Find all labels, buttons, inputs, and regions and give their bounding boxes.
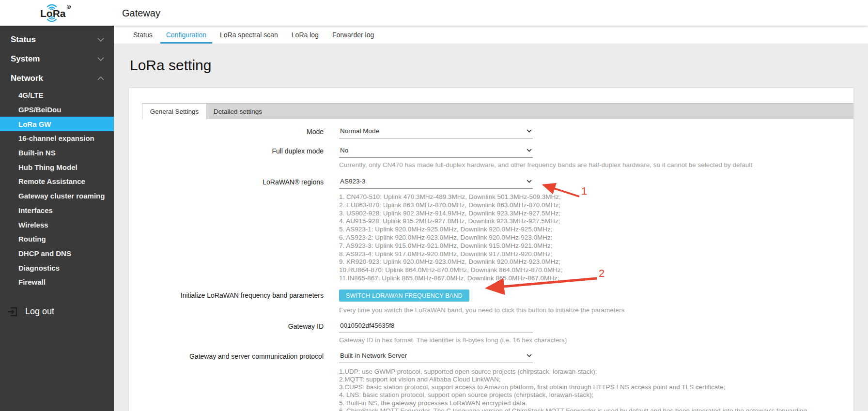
region-line: 6. AS923-2: Uplink 920.0MHz-923.0MHz, Do…	[339, 234, 562, 242]
sidebar-item-lora-gw[interactable]: LoRa GW	[0, 117, 114, 131]
protocol-help-line: 2.MQTT: support iot vision and Alibaba C…	[339, 376, 807, 383]
chevron-up-icon	[97, 76, 104, 80]
region-line: 7. AS923-3: Uplink 915.0MHz-921.0MHz, Do…	[339, 242, 562, 250]
region-line: 8. AS923-4: Uplink 917.0MHz-920.0MHz, Do…	[339, 250, 562, 259]
mode-row: Mode Normal Mode	[142, 125, 853, 138]
regions-select-value: AS923-3	[340, 178, 366, 185]
protocol-help-line: 6. ChirpStack MQTT Forwarder. The C lang…	[339, 407, 807, 411]
region-line: 4. AU915-928: Uplink 915.2MHz-927.8MHz, …	[339, 217, 562, 226]
chevron-down-icon	[97, 57, 104, 61]
region-line: 1. CN470-510: Uplink 470.3MHz-489.3MHz, …	[339, 193, 562, 201]
region-line: 9. KR920-923: Uplink 920.0MHz-923.0MHz, …	[339, 258, 562, 266]
tab-forwarder-log[interactable]: Forwarder log	[326, 26, 380, 44]
tab-status[interactable]: Status	[127, 26, 158, 44]
logout-icon	[7, 306, 18, 318]
sidebar-item-dhcp-and-dns[interactable]: DHCP and DNS	[0, 246, 114, 261]
sidebar-item-16-channel-expansion[interactable]: 16-channel expansion	[0, 131, 114, 146]
sidebar: Status System Network 4G/LTE GPS/BeiDou …	[0, 26, 114, 411]
tab-configuration[interactable]: Configuration	[160, 26, 212, 44]
chevron-down-icon	[527, 149, 532, 152]
page: LoRa R Gateway Status System Network	[0, 0, 868, 411]
lora-logo: LoRa R	[0, 0, 114, 26]
sidebar-item-built-in-ns[interactable]: Built-in NS	[0, 146, 114, 160]
gateway-id-field-wrap	[339, 320, 533, 333]
region-line: 10.RU864-870: Uplink 864.0MHz-870.0MHz, …	[339, 266, 562, 274]
gateway-id-help: Gateway ID in hex format. The identifier…	[339, 336, 567, 344]
page-header-title: Gateway	[122, 7, 160, 18]
protocol-help-line: 1.UDP: use GWMP protocol, supported open…	[339, 368, 807, 376]
init-band-label: Initialize LoRaWAN frequency band parame…	[142, 289, 324, 299]
sidebar-item-4g-lte[interactable]: 4G/LTE	[0, 88, 114, 103]
sidebar-item-label: System	[11, 54, 40, 64]
protocol-select-value: Built-in Network Server	[340, 352, 407, 359]
sidebar-item-status[interactable]: Status	[0, 30, 114, 49]
app-header: LoRa R Gateway	[0, 0, 868, 26]
protocol-row: Gateway and server communication protoco…	[142, 350, 853, 411]
protocol-help-line: 4. LNS: basic station protocol, support …	[339, 391, 807, 399]
tab-lora-log[interactable]: LoRa log	[286, 26, 325, 44]
region-line: 5. AS923-1: Uplink 920.0MHz-925.0MHz, Do…	[339, 226, 562, 234]
sidebar-item-label: Status	[11, 35, 36, 45]
gateway-id-label: Gateway ID	[142, 320, 324, 330]
region-line: 2. EU863-870: Uplink 863.0MHz-870.0MHz, …	[339, 201, 562, 210]
lora-settings-form: Mode Normal Mode Full duplex mode No	[129, 125, 853, 411]
regions-help-list: 1. CN470-510: Uplink 470.3MHz-489.3MHz, …	[339, 193, 562, 283]
init-band-help: Every time you switch the LoRaWAN band, …	[339, 306, 624, 314]
switch-lorawan-band-button[interactable]: SWITCH LORAWAN FREQUENCY BAND	[339, 289, 469, 302]
mode-select[interactable]: Normal Mode	[339, 125, 533, 138]
main-area: Status Configuration LoRa spectral scan …	[114, 26, 868, 411]
page-title: LoRa setting	[130, 57, 868, 74]
sidebar-item-diagnostics[interactable]: Diagnostics	[0, 260, 114, 275]
tab-detailed-settings[interactable]: Detailed settings	[207, 104, 269, 119]
tab-general-settings[interactable]: General Settings	[142, 104, 207, 119]
sidebar-item-remote-assistance[interactable]: Remote Assistance	[0, 174, 114, 189]
chevron-down-icon	[527, 180, 532, 183]
full-duplex-row: Full duplex mode No Currently, only CN47…	[142, 144, 853, 168]
sidebar-item-system[interactable]: System	[0, 49, 114, 69]
sidebar-item-gateway-cluster-roaming[interactable]: Gateway cluster roaming	[0, 189, 114, 203]
lora-logo-icon: LoRa R	[37, 2, 78, 24]
protocol-help-line: 3.CUPS: basic station protocol, support …	[339, 383, 807, 391]
gateway-id-input[interactable]	[340, 322, 532, 329]
regions-row: LoRaWAN® regions AS923-3 1. CN470-510: U…	[142, 175, 853, 283]
sidebar-network-submenu: 4G/LTE GPS/BeiDou LoRa GW 16-channel exp…	[0, 88, 114, 289]
protocol-help-list: 1.UDP: use GWMP protocol, supported open…	[339, 368, 807, 411]
sidebar-item-routing[interactable]: Routing	[0, 232, 114, 246]
chevron-down-icon	[97, 38, 104, 42]
regions-select[interactable]: AS923-3	[339, 175, 533, 189]
protocol-help-line: 5. Built-in NS, the gateway processes Lo…	[339, 399, 807, 407]
full-duplex-help: Currently, only CN470 has made full-dupl…	[339, 161, 752, 168]
sidebar-item-wireless[interactable]: Wireless	[0, 217, 114, 232]
tab-lora-spectral-scan[interactable]: LoRa spectral scan	[214, 26, 284, 44]
protocol-label: Gateway and server communication protoco…	[142, 350, 324, 360]
sidebar-item-interfaces[interactable]: Interfaces	[0, 203, 114, 218]
top-tabbar: Status Configuration LoRa spectral scan …	[114, 26, 868, 44]
region-line: 3. US902-928: Uplink 902.3MHz-914.9MHz, …	[339, 210, 562, 218]
logout-button[interactable]: Log out	[0, 301, 114, 322]
gateway-id-row: Gateway ID Gateway ID in hex format. The…	[142, 320, 853, 344]
mode-select-value: Normal Mode	[340, 127, 379, 135]
sidebar-item-label: Network	[11, 74, 43, 83]
region-line: 11.IN865-867: Uplink 865.0MHz-867.0MHz, …	[339, 274, 562, 283]
settings-card: General Settings Detailed settings Mode …	[129, 88, 853, 411]
full-duplex-select-value: No	[340, 147, 348, 154]
panel-tabstrip: General Settings Detailed settings	[142, 103, 853, 119]
svg-text:R: R	[68, 5, 70, 8]
chevron-down-icon	[527, 129, 532, 133]
chevron-down-icon	[527, 354, 532, 357]
init-band-row: Initialize LoRaWAN frequency band parame…	[142, 289, 853, 314]
mode-label: Mode	[142, 125, 324, 136]
sidebar-item-hub-thing-model[interactable]: Hub Thing Model	[0, 160, 114, 174]
regions-label: LoRaWAN® regions	[142, 175, 324, 186]
protocol-select[interactable]: Built-in Network Server	[339, 350, 533, 363]
full-duplex-select[interactable]: No	[339, 144, 533, 158]
sidebar-item-firewall[interactable]: Firewall	[0, 275, 114, 289]
full-duplex-label: Full duplex mode	[142, 144, 324, 155]
logout-label: Log out	[25, 306, 54, 317]
sidebar-item-gps-beidou[interactable]: GPS/BeiDou	[0, 103, 114, 117]
sidebar-item-network[interactable]: Network	[0, 69, 114, 88]
